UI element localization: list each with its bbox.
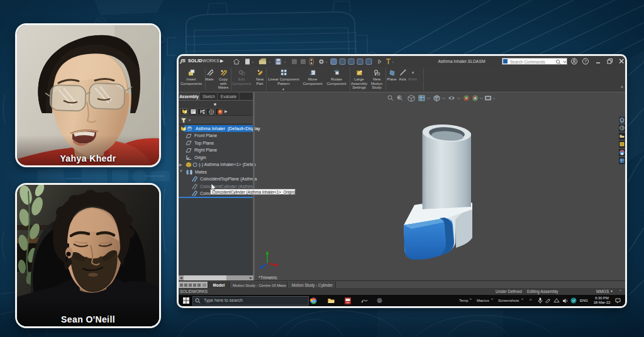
svg-text:?: ? bbox=[584, 58, 587, 64]
